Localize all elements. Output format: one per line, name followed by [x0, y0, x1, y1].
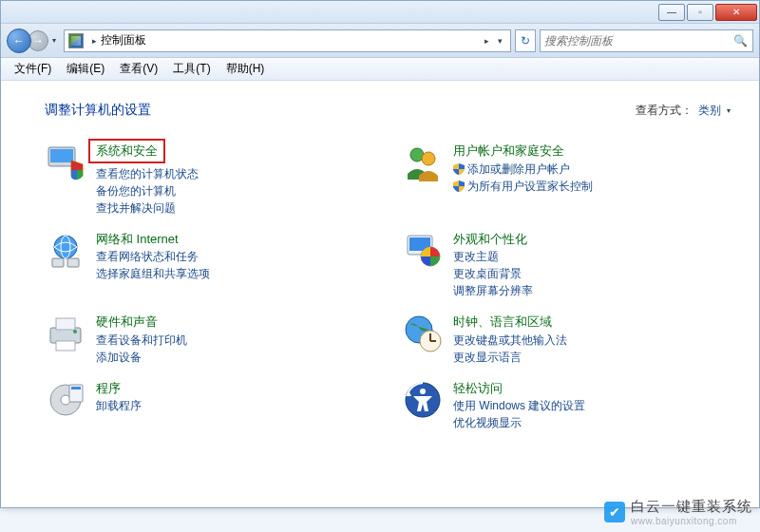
watermark-logo-icon: ✔	[604, 502, 625, 522]
globe-network-icon	[45, 230, 86, 272]
content-heading-row: 调整计算机的设置 查看方式： 类别 ▾	[45, 102, 731, 119]
ease-of-access-icon	[402, 379, 444, 421]
menu-file[interactable]: 文件(F)	[7, 59, 59, 79]
svg-point-14	[73, 330, 77, 333]
svg-rect-1	[50, 149, 73, 162]
page-title: 调整计算机的设置	[45, 102, 151, 119]
category-network: 网络和 Internet 查看网络状态和任务 选择家庭组和共享选项	[45, 230, 373, 300]
chevron-down-icon[interactable]: ▾	[727, 106, 731, 115]
search-icon[interactable]: 🔍	[733, 34, 749, 48]
category-link[interactable]: 查看您的计算机状态	[96, 165, 199, 182]
category-title[interactable]: 程序	[96, 379, 121, 398]
address-path: 控制面板	[101, 32, 480, 48]
svg-rect-22	[71, 387, 81, 390]
uac-shield-icon	[453, 180, 465, 192]
category-appearance: 外观和个性化 更改主题 更改桌面背景 调整屏幕分辨率	[402, 230, 731, 300]
category-link[interactable]: 添加设备	[96, 349, 187, 366]
category-link[interactable]: 选择家庭组和共享选项	[96, 265, 210, 282]
category-link[interactable]: 更改显示语言	[453, 349, 567, 366]
category-link[interactable]: 更改主题	[453, 248, 533, 265]
link-text: 添加或删除用户帐户	[467, 161, 570, 178]
category-link[interactable]: 为所有用户设置家长控制	[453, 178, 593, 195]
svg-rect-12	[56, 318, 75, 330]
svg-rect-7	[67, 258, 79, 267]
category-link[interactable]: 查找并解决问题	[96, 200, 199, 217]
navigation-bar: ← → ▾ ▸ 控制面板 ▸ ▾ ↻ 🔍	[1, 24, 759, 58]
svg-point-3	[422, 152, 435, 165]
category-clock-region: 时钟、语言和区域 更改键盘或其他输入法 更改显示语言	[402, 313, 731, 366]
category-user-accounts: 用户帐户和家庭安全 添加或删除用户帐户 为所有用户设置家长控制	[402, 142, 731, 217]
maximize-button[interactable]: ▫	[687, 4, 713, 21]
breadcrumb-sep-icon[interactable]: ▸	[480, 36, 493, 46]
category-link[interactable]: 使用 Windows 建议的设置	[453, 397, 585, 414]
menu-view[interactable]: 查看(V)	[112, 59, 165, 79]
category-link[interactable]: 更改键盘或其他输入法	[453, 332, 567, 349]
category-system-security: 系统和安全 查看您的计算机状态 备份您的计算机 查找并解决问题	[45, 142, 373, 217]
view-by: 查看方式： 类别 ▾	[636, 103, 731, 119]
search-box[interactable]: 🔍	[540, 29, 753, 52]
svg-rect-13	[56, 341, 75, 351]
highlight-box: 系统和安全	[88, 139, 165, 163]
programs-icon	[45, 379, 86, 421]
category-link[interactable]: 调整屏幕分辨率	[453, 282, 533, 299]
minimize-button[interactable]: —	[658, 4, 685, 21]
close-button[interactable]: ✕	[715, 4, 757, 21]
category-title[interactable]: 外观和个性化	[453, 230, 527, 249]
uac-shield-icon	[453, 163, 465, 175]
address-dropdown-icon[interactable]: ▾	[493, 36, 506, 46]
category-title[interactable]: 系统和安全	[96, 142, 158, 161]
search-input[interactable]	[544, 34, 733, 48]
menu-bar: 文件(F) 编辑(E) 查看(V) 工具(T) 帮助(H)	[1, 58, 759, 81]
printer-icon	[45, 313, 86, 354]
category-title[interactable]: 用户帐户和家庭安全	[453, 142, 564, 161]
refresh-button[interactable]: ↻	[515, 29, 536, 52]
titlebar: — ▫ ✕	[1, 1, 759, 24]
breadcrumb-sep-icon[interactable]: ▸	[87, 36, 101, 46]
category-link[interactable]: 优化视频显示	[453, 414, 585, 431]
nav-history-dropdown[interactable]: ▾	[48, 31, 60, 50]
svg-point-4	[54, 236, 77, 258]
watermark-text: 白云一键重装系统	[631, 498, 752, 516]
content-area: 调整计算机的设置 查看方式： 类别 ▾ 系统和安全 查看您的计算机状态 备份您的…	[1, 81, 759, 507]
category-programs: 程序 卸载程序	[45, 379, 373, 432]
clock-globe-icon	[402, 313, 444, 354]
category-link[interactable]: 备份您的计算机	[96, 182, 199, 200]
menu-tools[interactable]: 工具(T)	[165, 59, 218, 79]
view-by-value[interactable]: 类别	[698, 103, 721, 119]
svg-point-24	[420, 389, 426, 394]
users-icon	[402, 142, 444, 183]
category-link[interactable]: 卸载程序	[96, 397, 142, 414]
address-bar[interactable]: ▸ 控制面板 ▸ ▾	[64, 29, 511, 52]
category-title[interactable]: 网络和 Internet	[96, 230, 179, 249]
category-title[interactable]: 轻松访问	[453, 379, 503, 398]
category-ease-of-access: 轻松访问 使用 Windows 建议的设置 优化视频显示	[402, 379, 731, 432]
category-link[interactable]: 更改桌面背景	[453, 265, 533, 282]
shield-monitor-icon	[45, 142, 86, 183]
category-link[interactable]: 查看网络状态和任务	[96, 248, 210, 265]
view-by-label: 查看方式：	[636, 103, 693, 119]
category-link[interactable]: 添加或删除用户帐户	[453, 161, 593, 178]
category-title[interactable]: 时钟、语言和区域	[453, 313, 552, 332]
menu-edit[interactable]: 编辑(E)	[59, 59, 112, 79]
appearance-icon	[402, 230, 444, 272]
category-grid: 系统和安全 查看您的计算机状态 备份您的计算机 查找并解决问题 用户帐户和家庭安…	[45, 142, 731, 431]
link-text: 为所有用户设置家长控制	[467, 178, 593, 195]
control-panel-window: — ▫ ✕ ← → ▾ ▸ 控制面板 ▸ ▾ ↻ 🔍 文件(F) 编辑(E) 查…	[0, 0, 760, 508]
control-panel-icon	[68, 33, 84, 48]
svg-rect-6	[52, 258, 64, 267]
watermark-url: www.baiyunxitong.com	[631, 516, 752, 526]
back-button[interactable]: ←	[7, 28, 31, 53]
category-hardware: 硬件和声音 查看设备和打印机 添加设备	[45, 313, 373, 366]
watermark: ✔ 白云一键重装系统 www.baiyunxitong.com	[604, 498, 752, 526]
category-link[interactable]: 查看设备和打印机	[96, 332, 187, 349]
nav-buttons: ← → ▾	[7, 28, 60, 53]
category-title[interactable]: 硬件和声音	[96, 313, 158, 332]
menu-help[interactable]: 帮助(H)	[218, 59, 273, 79]
